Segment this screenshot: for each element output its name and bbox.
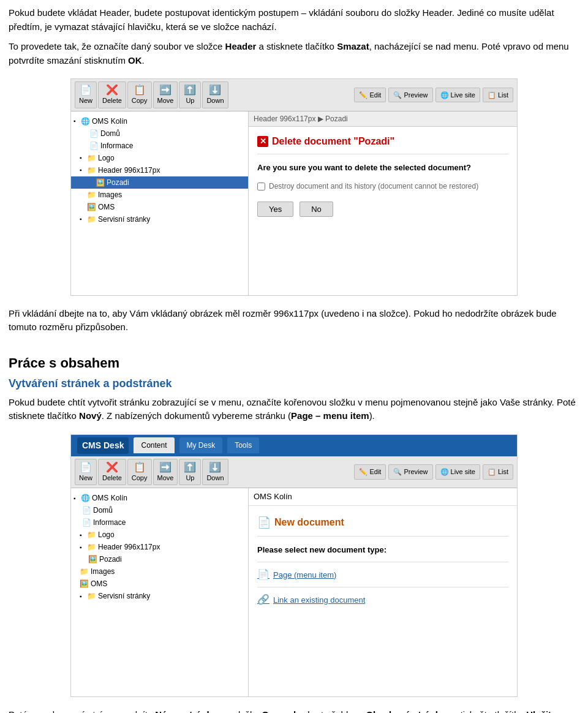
btn-preview-1[interactable]: 🔍 Preview bbox=[388, 88, 432, 103]
btn-delete-2[interactable]: ❌ Delete bbox=[98, 459, 126, 486]
cms-desk-logo: CMS Desk bbox=[77, 437, 129, 454]
btn-copy-label-2: Copy bbox=[132, 473, 148, 483]
new-doc-title: 📄 New document bbox=[257, 515, 508, 537]
tree2-item-oms[interactable]: 🖼️ OMS bbox=[71, 578, 248, 590]
folder-icon-2: 📁 bbox=[87, 165, 96, 176]
tree2-label-pozadi: Pozadi bbox=[99, 554, 122, 565]
tree2-label-oms: OMS bbox=[91, 578, 107, 589]
preview-icon-1: 🔍 bbox=[393, 90, 402, 100]
tree2-item-omskoln[interactable]: ▪ 🌐 OMS Kolín bbox=[71, 492, 248, 504]
btn-new-1[interactable]: 📄 New bbox=[75, 81, 97, 108]
doc-type-link[interactable]: 🔗 Link an existing document bbox=[257, 592, 508, 607]
btn-livesite-1[interactable]: 🌐 Live site bbox=[435, 88, 480, 103]
btn-move-2[interactable]: ➡️ Move bbox=[153, 459, 178, 486]
btn-edit-label-1: Edit bbox=[369, 90, 381, 100]
expander-icon-4: ▪ bbox=[80, 153, 87, 162]
delete-icon-1: ❌ bbox=[106, 84, 118, 96]
new-doc-prompt: Please select new document type: bbox=[257, 544, 508, 556]
tree-item-oms[interactable]: 🖼️ OMS bbox=[71, 201, 248, 213]
btn-livesite-2[interactable]: 🌐 Live site bbox=[435, 464, 480, 480]
btn-edit-1[interactable]: ✏️ Edit bbox=[354, 88, 386, 103]
tree2-item-pozadi[interactable]: 🖼️ Pozadi bbox=[71, 553, 248, 565]
tree2-item-domu[interactable]: 📄 Domů bbox=[71, 504, 248, 516]
btn-edit-label-2: Edit bbox=[369, 467, 381, 477]
new-doc-icon: 📄 bbox=[257, 515, 271, 531]
tree2-item-header[interactable]: ▪ 📁 Header 996x117px bbox=[71, 541, 248, 553]
folder-icon-6: 📁 bbox=[87, 541, 96, 553]
tree2-item-servisni[interactable]: ▪ 📁 Servisní stránky bbox=[71, 590, 248, 602]
btn-list-label-1: List bbox=[498, 90, 508, 100]
breadcrumb-2: OMS Kolín bbox=[249, 488, 517, 506]
btn-up-2[interactable]: ⬆️ Up bbox=[179, 459, 201, 486]
globe-icon-2: 🌐 bbox=[81, 492, 90, 504]
down-icon-2: ⬇️ bbox=[209, 461, 221, 473]
btn-delete-label-1: Delete bbox=[102, 96, 122, 106]
btn-copy-1[interactable]: 📋 Copy bbox=[127, 81, 152, 108]
btn-list-1[interactable]: 📋 List bbox=[483, 88, 513, 103]
new-doc-title-text: New document bbox=[274, 515, 344, 530]
tree-item-header[interactable]: ▪ 📁 Header 996x117px bbox=[71, 164, 248, 176]
tab-content[interactable]: Content bbox=[134, 437, 174, 453]
btn-yes[interactable]: Yes bbox=[257, 202, 293, 217]
tree2-label-logo: Logo bbox=[98, 529, 115, 540]
tree-item-omskoln[interactable]: ▪ 🌐 OMS Kolín bbox=[71, 115, 248, 127]
livesite-icon-2: 🌐 bbox=[440, 467, 449, 477]
btn-preview-label-1: Preview bbox=[404, 90, 428, 100]
btn-copy-2[interactable]: 📋 Copy bbox=[127, 459, 152, 486]
tree-item-domu[interactable]: 📄 Domů bbox=[71, 127, 248, 140]
up-icon-1: ⬆️ bbox=[184, 84, 196, 96]
btn-down-label-1: Down bbox=[206, 96, 224, 106]
cms-body-1: ▪ 🌐 OMS Kolín 📄 Domů 📄 Informace ▪ 📁 bbox=[71, 111, 517, 295]
tree-item-pozadi[interactable]: 🖼️ Pozadi bbox=[71, 176, 248, 189]
globe-icon: 🌐 bbox=[81, 116, 90, 127]
toolbar-2: 📄 New ❌ Delete 📋 Copy ➡️ Move ⬆️ Up ⬇️ D… bbox=[71, 456, 517, 489]
tree-item-informace[interactable]: 📄 Informace bbox=[71, 140, 248, 152]
btn-delete-label-2: Delete bbox=[102, 473, 122, 483]
paragraph-1: Pokud budete vkládat Header, budete post… bbox=[9, 6, 579, 34]
edit-icon-1: ✏️ bbox=[359, 90, 368, 100]
tab-tools[interactable]: Tools bbox=[227, 437, 259, 453]
tree-item-servisni[interactable]: ▪ 📁 Servisní stránky bbox=[71, 213, 248, 225]
tree2-label: OMS Kolín bbox=[92, 492, 127, 504]
x-icon: ✕ bbox=[257, 136, 268, 147]
screenshot-1: 📄 New ❌ Delete 📋 Copy ➡️ Move ⬆️ Up ⬇️ D… bbox=[70, 78, 518, 296]
doc-type-link-label: Link an existing document bbox=[273, 594, 365, 606]
btn-new-2[interactable]: 📄 New bbox=[75, 459, 97, 486]
btn-down-2[interactable]: ⬇️ Down bbox=[202, 459, 228, 486]
tree2-label-servisni: Servisní stránky bbox=[98, 590, 150, 602]
page-icon-3: 📄 bbox=[82, 505, 91, 516]
expander2-icon-3: ▪ bbox=[80, 543, 87, 552]
list-icon-1: 📋 bbox=[488, 90, 496, 100]
tree-item-images[interactable]: 📁 Images bbox=[71, 189, 248, 201]
btn-new-label-1: New bbox=[79, 96, 92, 106]
btn-no[interactable]: No bbox=[300, 202, 333, 217]
btn-preview-2[interactable]: 🔍 Preview bbox=[388, 464, 432, 480]
move-icon-1: ➡️ bbox=[159, 84, 172, 96]
btn-up-1[interactable]: ⬆️ Up bbox=[179, 81, 201, 108]
tree-label-logo: Logo bbox=[98, 153, 115, 164]
tree2-item-informace[interactable]: 📄 Informace bbox=[71, 516, 248, 529]
tab-mydesk[interactable]: My Desk bbox=[179, 437, 223, 453]
tree-label-informace: Informace bbox=[100, 140, 133, 151]
btn-delete-1[interactable]: ❌ Delete bbox=[98, 81, 126, 108]
expander-icon: ▪ bbox=[74, 116, 81, 126]
edit-icon-2: ✏️ bbox=[359, 467, 368, 477]
toolbar-right-1: ✏️ Edit 🔍 Preview 🌐 Live site 📋 List bbox=[354, 88, 513, 103]
btn-move-1[interactable]: ➡️ Move bbox=[153, 81, 178, 108]
folder-icon-8: 📁 bbox=[87, 590, 96, 602]
tree2-item-images[interactable]: 📁 Images bbox=[71, 565, 248, 578]
checkbox-label: Destroy document and its history (docume… bbox=[269, 181, 478, 192]
folder-icon-7: 📁 bbox=[80, 566, 89, 577]
tree-item-logo[interactable]: ▪ 📁 Logo bbox=[71, 152, 248, 164]
cms-body-2: ▪ 🌐 OMS Kolín 📄 Domů 📄 Informace ▪ 📁 Log… bbox=[71, 488, 517, 696]
folder-icon-4: 📁 bbox=[87, 214, 96, 225]
destroy-checkbox[interactable] bbox=[257, 183, 265, 191]
doc-type-page[interactable]: 📄 Page (menu item) bbox=[257, 567, 508, 582]
btn-edit-2[interactable]: ✏️ Edit bbox=[354, 464, 386, 480]
btn-move-label-1: Move bbox=[157, 96, 174, 106]
btn-down-1[interactable]: ⬇️ Down bbox=[202, 81, 228, 108]
btn-list-2[interactable]: 📋 List bbox=[483, 464, 513, 480]
expander-icon-9: ▪ bbox=[80, 214, 87, 224]
tree2-label-informace: Informace bbox=[93, 517, 126, 528]
tree2-item-logo[interactable]: ▪ 📁 Logo bbox=[71, 529, 248, 541]
